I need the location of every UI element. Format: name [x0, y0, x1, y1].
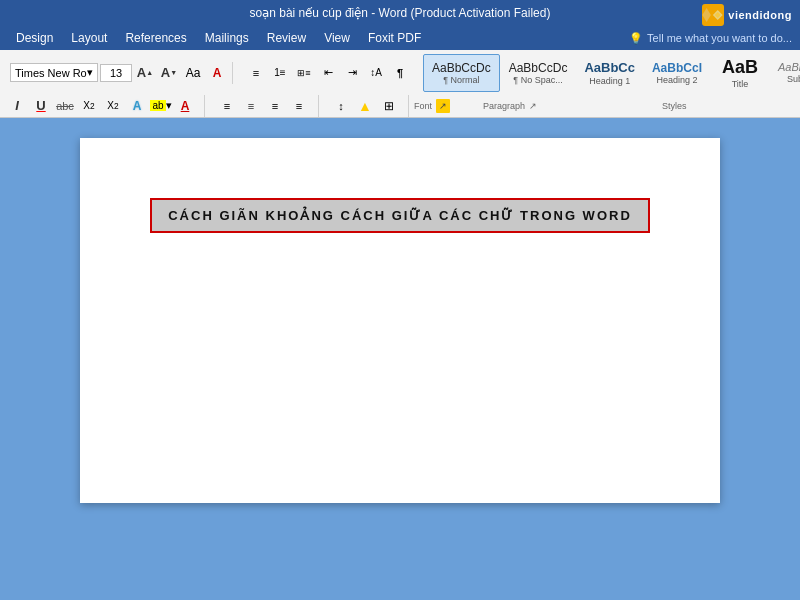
- align-left-button[interactable]: ≡: [216, 95, 238, 117]
- menu-bar: Design Layout References Mailings Review…: [0, 26, 800, 50]
- lightbulb-icon: 💡: [629, 32, 643, 45]
- show-hide-button[interactable]: ¶: [389, 62, 411, 84]
- selected-text-block[interactable]: CÁCH GIÃN KHOẢNG CÁCH GIỮA CÁC CHỮ TRONG…: [150, 198, 650, 233]
- style-no-spacing[interactable]: AaBbCcDc ¶ No Spac...: [501, 54, 576, 92]
- ribbon-bottom-row: I U abc X2 X2 A ab ▾ A ≡ ≡ ≡ ≡ ↕ ▲ ⊞ F: [0, 94, 800, 118]
- font-dropdown-arrow[interactable]: ▾: [87, 66, 93, 79]
- spacing-group: ↕ ▲ ⊞: [322, 95, 409, 117]
- menu-view[interactable]: View: [316, 28, 358, 48]
- line-spacing-button[interactable]: ↕: [330, 95, 352, 117]
- font-family-value: Times New Ro: [15, 67, 87, 79]
- styles-label: Styles: [662, 101, 687, 111]
- menu-mailings[interactable]: Mailings: [197, 28, 257, 48]
- tell-me-text[interactable]: Tell me what you want to do...: [647, 32, 792, 44]
- text-effect-button2[interactable]: A: [126, 95, 148, 117]
- font-size-selector[interactable]: 13: [100, 64, 132, 82]
- style-normal[interactable]: AaBbCcDc ¶ Normal: [423, 54, 500, 92]
- style-subtitle-label: Subtitle: [787, 74, 800, 84]
- content-area: CÁCH GIÃN KHOẢNG CÁCH GIỮA CÁC CHỮ TRONG…: [0, 118, 800, 523]
- text-effects-button[interactable]: A: [206, 62, 228, 84]
- align-center-button[interactable]: ≡: [240, 95, 262, 117]
- styles-section-label: Styles: [662, 101, 687, 111]
- menu-foxit[interactable]: Foxit PDF: [360, 28, 429, 48]
- subscript-button[interactable]: X2: [78, 95, 100, 117]
- font-format-group: I U abc X2 X2 A ab ▾ A: [6, 95, 205, 117]
- style-title-preview: AaB: [722, 57, 758, 79]
- bold-button[interactable]: I: [6, 95, 28, 117]
- highlight-arrow[interactable]: ▾: [166, 99, 172, 112]
- paragraph-dialog-launcher[interactable]: ↗: [527, 100, 539, 112]
- window-title: soạn bài nếu cúp điện - Word (Product Ac…: [250, 6, 551, 20]
- bullets-button[interactable]: ≡: [245, 62, 267, 84]
- sort-button[interactable]: ↕A: [365, 62, 387, 84]
- clear-format-button[interactable]: Aa: [182, 62, 204, 84]
- style-normal-label: ¶ Normal: [443, 75, 479, 85]
- style-heading1[interactable]: AaBbCc Heading 1: [576, 54, 643, 92]
- style-heading2-label: Heading 2: [656, 75, 697, 85]
- menu-references[interactable]: References: [117, 28, 194, 48]
- menu-review[interactable]: Review: [259, 28, 314, 48]
- logo-icon: [702, 4, 724, 26]
- style-heading1-label: Heading 1: [589, 76, 630, 86]
- doc-content: CÁCH GIÃN KHOẢNG CÁCH GIỮA CÁC CHỮ TRONG…: [140, 178, 660, 233]
- brand-name: viendidong: [728, 9, 792, 21]
- style-no-spacing-label: ¶ No Spac...: [513, 75, 562, 85]
- increase-indent-button[interactable]: ⇥: [341, 62, 363, 84]
- justify-button[interactable]: ≡: [288, 95, 310, 117]
- multilevel-list-button[interactable]: ⊞≡: [293, 62, 315, 84]
- list-buttons-group: ≡ 1≡ ⊞≡ ⇤ ⇥ ↕A ¶: [245, 62, 411, 84]
- alignment-group: ≡ ≡ ≡ ≡: [208, 95, 319, 117]
- strikethrough-button[interactable]: abc: [54, 95, 76, 117]
- style-heading2-preview: AaBbCcI: [652, 61, 702, 75]
- font-selector-group: Times New Ro ▾ 13 A▲ A▼ Aa A: [6, 62, 233, 84]
- document-heading: CÁCH GIÃN KHOẢNG CÁCH GIỮA CÁC CHỮ TRONG…: [168, 208, 632, 223]
- menu-layout[interactable]: Layout: [63, 28, 115, 48]
- style-heading1-preview: AaBbCc: [584, 60, 635, 76]
- paragraph-label: Paragraph: [483, 101, 525, 111]
- decrease-indent-button[interactable]: ⇤: [317, 62, 339, 84]
- font-size-value: 13: [110, 67, 122, 79]
- style-title[interactable]: AaB Title: [711, 54, 769, 92]
- font-color-button[interactable]: A: [174, 95, 196, 117]
- style-title-label: Title: [732, 79, 749, 89]
- borders-button[interactable]: ⊞: [378, 95, 400, 117]
- font-family-selector[interactable]: Times New Ro ▾: [10, 63, 98, 82]
- style-normal-preview: AaBbCcDc: [432, 61, 491, 75]
- style-heading2[interactable]: AaBbCcI Heading 2: [644, 54, 710, 92]
- font-section-label: Font ↗: [414, 99, 450, 113]
- font-dialog-launcher[interactable]: ↗: [436, 99, 450, 113]
- title-bar: soạn bài nếu cúp điện - Word (Product Ac…: [0, 0, 800, 26]
- paragraph-section-label: Paragraph ↗: [483, 100, 539, 112]
- word-page: CÁCH GIÃN KHOẢNG CÁCH GIỮA CÁC CHỮ TRONG…: [80, 138, 720, 503]
- logo-area: viendidong: [702, 4, 792, 26]
- align-right-button[interactable]: ≡: [264, 95, 286, 117]
- superscript-button[interactable]: X2: [102, 95, 124, 117]
- shading-button[interactable]: ▲: [354, 95, 376, 117]
- style-no-spacing-preview: AaBbCcDc: [509, 61, 568, 75]
- font-label: Font: [414, 101, 432, 111]
- styles-section: AaBbCcDc ¶ Normal AaBbCcDc ¶ No Spac... …: [423, 54, 800, 92]
- menu-design[interactable]: Design: [8, 28, 61, 48]
- highlight-color-button[interactable]: ab ▾: [150, 95, 172, 117]
- font-shrink-button[interactable]: A▼: [158, 62, 180, 84]
- highlight-preview: ab: [150, 100, 165, 111]
- ribbon: Times New Ro ▾ 13 A▲ A▼ Aa A ≡ 1≡ ⊞≡ ⇤ ⇥…: [0, 50, 800, 118]
- style-subtitle-preview: AaBbCcD: [778, 61, 800, 74]
- numbering-button[interactable]: 1≡: [269, 62, 291, 84]
- style-subtitle[interactable]: AaBbCcD Subtitle: [770, 54, 800, 92]
- tell-me-area: 💡 Tell me what you want to do...: [629, 32, 792, 45]
- italic-button[interactable]: U: [30, 95, 52, 117]
- ribbon-top-row: Times New Ro ▾ 13 A▲ A▼ Aa A ≡ 1≡ ⊞≡ ⇤ ⇥…: [0, 50, 800, 94]
- font-grow-button[interactable]: A▲: [134, 62, 156, 84]
